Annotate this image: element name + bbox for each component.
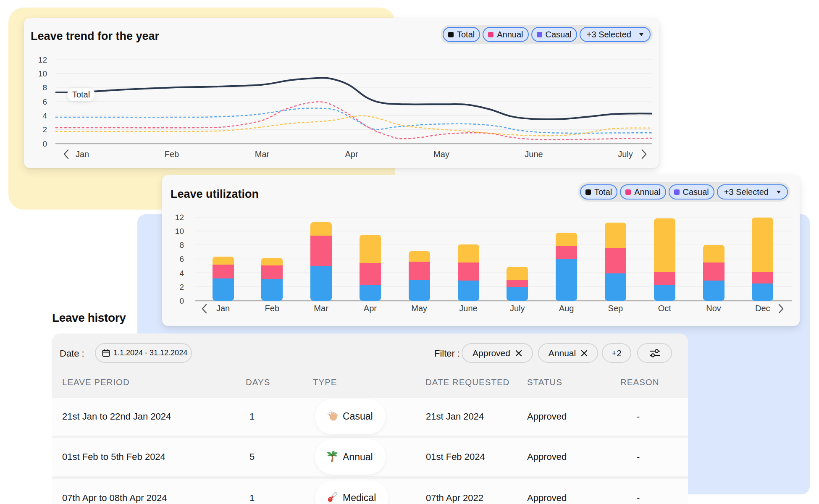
svg-text:4: 4 [42,111,47,120]
svg-text:8: 8 [42,83,47,92]
svg-text:May: May [433,150,449,159]
svg-text:May: May [411,304,427,313]
svg-text:2: 2 [179,283,184,291]
svg-text:8: 8 [179,241,184,249]
svg-text:Sep: Sep [608,304,623,313]
svg-text:12: 12 [175,213,184,222]
svg-text:Nov: Nov [706,304,721,313]
svg-text:Aug: Aug [559,304,574,313]
svg-text:4: 4 [179,269,184,278]
svg-text:Mar: Mar [314,304,328,313]
svg-text:2: 2 [42,125,47,134]
svg-text:Jan: Jan [216,304,230,313]
svg-text:0: 0 [179,297,184,305]
svg-text:June: June [525,150,543,159]
svg-text:Mar: Mar [255,150,270,159]
svg-text:Feb: Feb [265,304,279,313]
svg-text:Apr: Apr [364,304,377,313]
svg-text:Feb: Feb [165,150,179,159]
svg-text:12: 12 [38,55,47,64]
svg-text:10: 10 [38,69,47,78]
svg-text:0: 0 [42,139,47,148]
svg-text:6: 6 [42,97,47,106]
svg-text:July: July [510,304,525,313]
svg-text:July: July [618,150,633,159]
svg-text:10: 10 [175,227,184,236]
svg-text:June: June [459,304,477,313]
svg-text:Dec: Dec [755,304,770,313]
svg-text:Apr: Apr [345,150,358,159]
svg-text:6: 6 [179,255,184,263]
svg-text:Oct: Oct [658,304,672,313]
svg-text:Jan: Jan [76,150,89,159]
